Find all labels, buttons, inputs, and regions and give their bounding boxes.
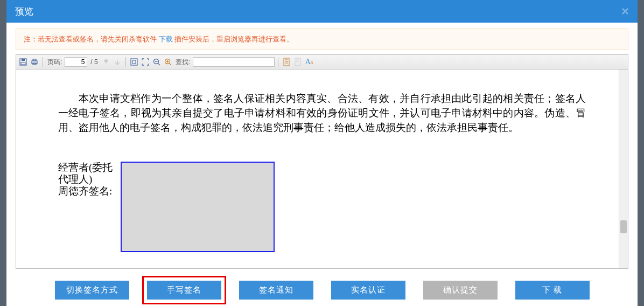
svg-rect-6 — [131, 59, 137, 65]
handwrite-sign-button[interactable]: 手写签名 — [147, 281, 221, 300]
separator — [125, 57, 126, 67]
notice-text-1: 若无法查看或签名，请先关闭杀毒软件 — [38, 35, 157, 43]
search-label: 查找: — [174, 58, 191, 67]
modal-title: 预览 — [15, 5, 33, 18]
print-icon[interactable] — [30, 57, 39, 67]
document-viewer: 本次申请文档作为一个整体，签名人保证相关内容真实、合法、有效，并自行承担由此引起… — [16, 69, 628, 269]
viewer-toolbar: 页码: / 5 查找: Aa — [16, 54, 628, 69]
svg-rect-15 — [284, 58, 289, 66]
next-page-icon[interactable] — [113, 57, 122, 67]
document-content: 本次申请文档作为一个整体，签名人保证相关内容真实、合法、有效，并自行承担由此引起… — [16, 69, 628, 258]
svg-rect-19 — [295, 58, 300, 66]
scrollbar-thumb[interactable] — [620, 220, 627, 233]
actual-size-icon[interactable] — [129, 57, 139, 67]
footer-buttons: 切换签名方式 手写签名 签名通知 实名认证 确认提交 下 载 — [6, 269, 638, 300]
doc-icon-1[interactable] — [282, 57, 291, 67]
page-total: / 5 — [89, 58, 99, 66]
signature-box[interactable] — [121, 162, 275, 252]
svg-line-9 — [158, 64, 160, 66]
close-icon[interactable]: × — [621, 5, 629, 18]
preview-modal: 预览 × 注：若无法查看或签名，请先关闭杀毒软件 下载 插件安装后，重启浏览器再… — [6, 0, 638, 306]
page-number-input[interactable] — [65, 57, 87, 67]
search-input[interactable] — [193, 57, 275, 67]
separator — [43, 57, 43, 67]
download-button[interactable]: 下 载 — [515, 281, 590, 300]
page-label: 页码: — [46, 58, 63, 67]
svg-rect-4 — [33, 59, 36, 61]
signature-label: 经营者(委托 代理人) 周德齐签名: — [58, 162, 123, 197]
svg-rect-7 — [132, 60, 136, 64]
modal-header: 预览 × — [6, 0, 638, 23]
svg-line-12 — [169, 64, 171, 66]
svg-rect-1 — [22, 59, 25, 61]
zoom-out-icon[interactable] — [152, 57, 162, 67]
notice-bar: 注：若无法查看或签名，请先关闭杀毒软件 下载 插件安装后，重启浏览器再进行查看。 — [16, 29, 628, 50]
signature-block: 经营者(委托 代理人) 周德齐签名: — [58, 162, 586, 252]
fit-width-icon[interactable] — [141, 57, 150, 67]
save-icon[interactable] — [18, 57, 28, 67]
realname-verify-button[interactable]: 实名认证 — [331, 281, 405, 300]
download-plugin-link[interactable]: 下载 — [159, 35, 173, 43]
vertical-scrollbar[interactable] — [619, 69, 628, 268]
document-paragraph: 本次申请文档作为一个整体，签名人保证相关内容真实、合法、有效，并自行承担由此引起… — [58, 91, 586, 135]
text-size-icon[interactable]: Aa — [304, 57, 314, 67]
svg-rect-2 — [21, 62, 25, 65]
notice-prefix: 注： — [24, 35, 38, 43]
prev-page-icon[interactable] — [101, 57, 111, 67]
notice-text-2: 插件安装后，重启浏览器再进行查看。 — [174, 35, 293, 43]
sign-notify-button[interactable]: 签名通知 — [239, 281, 313, 300]
switch-sign-method-button[interactable]: 切换签名方式 — [55, 281, 129, 300]
doc-icon-2[interactable] — [293, 57, 303, 67]
zoom-in-icon[interactable] — [163, 57, 173, 67]
separator — [278, 57, 278, 67]
confirm-submit-button: 确认提交 — [423, 281, 498, 300]
